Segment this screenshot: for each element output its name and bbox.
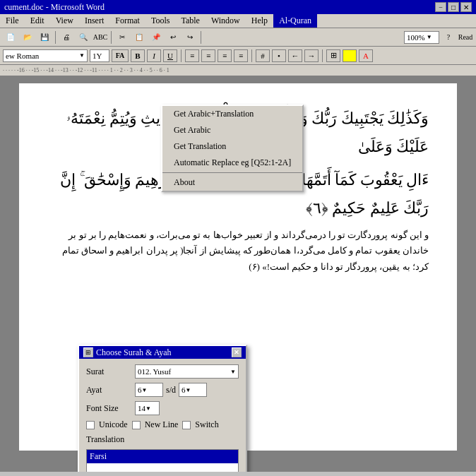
title-bar: cument.doc - Microsoft Word − □ ✕: [0, 0, 476, 14]
sep3: [201, 31, 201, 44]
window-title: cument.doc - Microsoft Word: [4, 2, 105, 13]
ayat-separator: s/d: [166, 385, 176, 395]
choose-surah-dialog: ⊞ Choose Surah & Ayah ✕ Surat 012. Yusuf…: [78, 345, 247, 472]
menu-insert[interactable]: Insert: [79, 14, 109, 28]
size-selector[interactable]: 1Y: [90, 49, 109, 62]
menu-format[interactable]: Format: [109, 14, 145, 28]
newline-label: New Line: [145, 420, 179, 430]
open-btn[interactable]: 📂: [20, 30, 35, 45]
dialog-close-button[interactable]: ✕: [232, 347, 242, 357]
menu-help[interactable]: Help: [246, 14, 273, 28]
ayat-from-input[interactable]: 6 ▼: [135, 383, 163, 397]
dialog-title-bar: ⊞ Choose Surah & Ayah ✕: [79, 346, 246, 359]
ruler-content: · · · · · -16 · · -15 · · -14 · · -13 · …: [3, 67, 473, 73]
menu-view[interactable]: View: [50, 14, 79, 28]
surat-select[interactable]: 012. Yusuf ▼: [135, 364, 239, 379]
title-bar-buttons: − □ ✕: [435, 2, 472, 12]
fontsize-input[interactable]: 14 ▼: [135, 401, 160, 415]
preview-btn[interactable]: 🔍: [76, 30, 91, 45]
maximize-button[interactable]: □: [448, 2, 459, 12]
menu-tools[interactable]: Tools: [145, 14, 176, 28]
ayat-to-input[interactable]: 6 ▼: [179, 383, 207, 397]
ruler: · · · · · -16 · · -15 · · -14 · · -13 · …: [0, 65, 476, 76]
menu-file[interactable]: File: [0, 14, 25, 28]
document-area: وَكَذَٰلِكَ يَجْتَبِيكَ رَبُّكَ وَيُعَلِ…: [0, 76, 476, 472]
surat-arrow: ▼: [230, 369, 236, 375]
menu-get-translation[interactable]: Get Translation: [162, 138, 302, 155]
undo-btn[interactable]: ↩: [165, 30, 181, 45]
ayat-label: Ayat: [86, 385, 132, 395]
paste-btn[interactable]: 📌: [148, 30, 164, 45]
highlight-btn[interactable]: A: [343, 49, 357, 62]
align-justify[interactable]: ≡: [234, 49, 248, 62]
fmt-sep1: [181, 49, 182, 62]
indent-more[interactable]: →: [304, 49, 319, 62]
numbering-btn[interactable]: #: [256, 49, 270, 62]
fontcolor-btn[interactable]: A: [359, 49, 373, 62]
menu-auto-replace[interactable]: Automatic Replace eg [Q52:1-2A]: [162, 155, 302, 171]
fontsize-label: Font Size: [86, 403, 132, 414]
menu-get-arabic[interactable]: Get Arabic: [162, 122, 302, 138]
bullets-btn[interactable]: •: [272, 49, 286, 62]
fmt-sep2: [251, 49, 252, 62]
ayat-from-arrow: ▼: [142, 387, 148, 393]
spell-btn[interactable]: ABC: [93, 30, 108, 45]
underline-button[interactable]: U: [163, 49, 177, 62]
copy-btn[interactable]: 📋: [131, 30, 147, 45]
menu-get-arabic-translation[interactable]: Get Arabic+Translation: [162, 106, 302, 122]
unicode-label: Unicode: [99, 420, 128, 430]
align-left[interactable]: ≡: [185, 49, 199, 62]
cut-btn[interactable]: ✂: [114, 30, 130, 45]
sep2: [111, 31, 112, 44]
font-selector[interactable]: ew Roman ▼: [3, 49, 88, 62]
menu-about[interactable]: About: [162, 174, 302, 191]
align-center[interactable]: ≡: [201, 49, 215, 62]
indent-less[interactable]: ←: [288, 49, 302, 62]
sep1: [55, 31, 56, 44]
help-btn[interactable]: ?: [441, 30, 456, 45]
zoom-box[interactable]: 100% ▼: [404, 31, 439, 44]
surat-row: Surat 012. Yusuf ▼: [86, 364, 239, 379]
translation-row: Translation: [86, 434, 239, 445]
dialog-body: Surat 012. Yusuf ▼ Ayat 6 ▼ s/d 6 ▼: [79, 359, 246, 472]
menu-window[interactable]: Window: [206, 14, 246, 28]
menu-bar: File Edit View Insert Format Tools Table…: [0, 14, 476, 28]
surat-label: Surat: [86, 367, 132, 377]
fmt-sep3: [322, 49, 323, 62]
read-btn[interactable]: Read: [458, 30, 473, 45]
toolbar-1: 📄 📂 💾 🖨 🔍 ABC ✂ 📋 📌 ↩ ↪ 100% ▼ ? Read: [0, 28, 476, 47]
dropdown-separator: [162, 172, 302, 173]
print-btn[interactable]: 🖨: [59, 30, 74, 45]
persian-text: و این گونه پروردگارت تو را درمی‌گرداند و…: [47, 227, 429, 274]
fontsize-row: Font Size 14 ▼: [86, 401, 239, 415]
newline-checkbox[interactable]: [132, 421, 141, 429]
dialog-title-text: Choose Surah & Ayah: [96, 347, 172, 358]
menu-edit[interactable]: Edit: [25, 14, 50, 28]
checkbox-row: Unicode New Line Switch: [86, 420, 239, 430]
list-item-farsi[interactable]: Farsi: [87, 450, 238, 463]
redo-btn[interactable]: ↪: [182, 30, 198, 45]
menu-alquran[interactable]: Al-Quran: [273, 14, 317, 28]
ayat-to-arrow: ▼: [186, 387, 191, 393]
dialog-icon: ⊞: [83, 347, 93, 357]
zoom-arrow: ▼: [427, 34, 432, 40]
translation-label: Translation: [86, 434, 132, 445]
translation-listbox[interactable]: Farsi: [86, 449, 239, 472]
border-btn[interactable]: ⊞: [326, 49, 340, 62]
close-button[interactable]: ✕: [460, 2, 472, 12]
new-btn[interactable]: 📄: [3, 30, 18, 45]
fontsize-arrow: ▼: [145, 405, 151, 412]
menu-table[interactable]: Table: [175, 14, 205, 28]
switch-checkbox[interactable]: [182, 421, 191, 429]
alquran-dropdown: Get Arabic+Translation Get Arabic Get Tr…: [161, 105, 304, 192]
unicode-checkbox[interactable]: [86, 421, 95, 429]
bold-button[interactable]: B: [131, 49, 145, 62]
switch-label: Switch: [195, 420, 218, 430]
save-btn[interactable]: 💾: [37, 30, 52, 45]
minimize-button[interactable]: −: [435, 2, 446, 12]
ayat-row: Ayat 6 ▼ s/d 6 ▼: [86, 383, 239, 397]
format-toolbar: ew Roman ▼ 1Y FA B I U ≡ ≡ ≡ ≡ # • ← → ⊞…: [0, 47, 476, 65]
fa-button[interactable]: FA: [112, 49, 129, 62]
italic-button[interactable]: I: [147, 49, 161, 62]
align-right[interactable]: ≡: [218, 49, 232, 62]
